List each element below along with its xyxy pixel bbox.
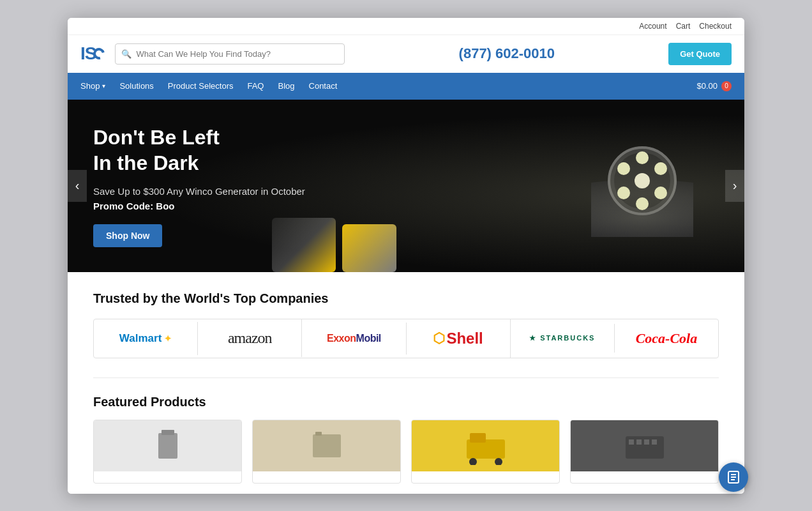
hero-title: Don't Be Left In the Dark: [93, 125, 305, 176]
svg-rect-16: [470, 433, 486, 443]
walmart-logo[interactable]: Walmart ✦: [94, 322, 198, 355]
product-image-3: [412, 420, 559, 471]
site-header: IS 🔍 (877) 602-0010 Get Quote: [68, 35, 744, 73]
svg-point-9: [635, 173, 650, 188]
nav-item-solutions[interactable]: Solutions: [119, 73, 153, 98]
site-logo[interactable]: IS: [80, 43, 105, 64]
floating-action-button[interactable]: [719, 462, 748, 492]
product-card-3[interactable]: [411, 420, 560, 484]
starbucks-logo[interactable]: ★ STARBUCKS: [511, 324, 615, 353]
amazon-logo[interactable]: amazon: [198, 319, 302, 357]
hero-banner: ‹ Don't Be Left In the Dark Save Up to $…: [68, 100, 744, 272]
svg-rect-12: [162, 430, 174, 435]
hero-subtitle: Save Up to $300 Any Winco Generator in O…: [93, 186, 305, 197]
svg-rect-14: [315, 432, 322, 436]
shop-now-button[interactable]: Shop Now: [93, 224, 162, 247]
svg-point-7: [617, 187, 630, 199]
nav-item-product-selectors[interactable]: Product Selectors: [168, 73, 234, 98]
svg-rect-22: [644, 439, 649, 445]
product-card-1[interactable]: [93, 420, 242, 484]
svg-point-4: [654, 162, 667, 175]
svg-rect-20: [629, 439, 634, 445]
get-quote-button[interactable]: Get Quote: [668, 43, 732, 65]
trusted-title: Trusted by the World's Top Companies: [93, 291, 719, 306]
chevron-down-icon: ▾: [102, 82, 105, 89]
svg-point-6: [636, 197, 649, 210]
nav-item-blog[interactable]: Blog: [278, 73, 294, 98]
section-divider: [93, 378, 719, 378]
hero-light-graphic: [591, 135, 693, 237]
search-icon: 🔍: [121, 49, 132, 59]
phone-number: (877) 602-0010: [355, 45, 658, 62]
svg-rect-11: [158, 433, 177, 459]
checkout-link[interactable]: Checkout: [699, 22, 732, 31]
products-row: [93, 420, 719, 484]
exxonmobil-logo[interactable]: ExxonMobil: [302, 323, 406, 355]
shell-logo[interactable]: ⬡ Shell: [407, 319, 511, 358]
nav-item-contact[interactable]: Contact: [309, 73, 338, 98]
cart-count-badge: 0: [721, 81, 732, 91]
svg-point-17: [469, 458, 477, 465]
hero-content: Don't Be Left In the Dark Save Up to $30…: [68, 105, 331, 266]
shell-text: Shell: [446, 330, 483, 347]
featured-section: Featured Products: [68, 385, 744, 494]
svg-point-18: [495, 458, 502, 465]
search-container: 🔍: [115, 43, 345, 65]
hero-promo: Promo Code: Boo: [93, 201, 305, 211]
product-card-4[interactable]: [570, 420, 719, 484]
product-card-2[interactable]: [252, 420, 401, 484]
cocacola-logo[interactable]: Coca-Cola: [615, 320, 718, 357]
utility-bar: Account Cart Checkout: [68, 18, 744, 35]
hero-prev-button[interactable]: ‹: [68, 170, 87, 202]
account-link[interactable]: Account: [639, 22, 666, 31]
brand-logos-row: Walmart ✦ amazon ExxonMobil ⬡ Shell ★ ST…: [93, 319, 719, 358]
cart-link[interactable]: Cart: [676, 22, 691, 31]
hero-next-button[interactable]: ›: [725, 170, 744, 202]
svg-rect-13: [313, 434, 341, 457]
hero-product-2: [342, 224, 396, 272]
product-image-2: [253, 420, 400, 471]
nav-item-faq[interactable]: FAQ: [247, 73, 264, 98]
product-image-1: [94, 420, 241, 471]
nav-items: Shop ▾ Solutions Product Selectors FAQ B…: [80, 73, 696, 98]
svg-point-3: [636, 151, 649, 164]
trusted-section: Trusted by the World's Top Companies Wal…: [68, 272, 744, 371]
main-nav: Shop ▾ Solutions Product Selectors FAQ B…: [68, 73, 744, 100]
search-input[interactable]: [115, 43, 345, 65]
svg-point-8: [617, 162, 630, 175]
featured-title: Featured Products: [93, 395, 719, 409]
cart-area[interactable]: $0.00 0: [696, 81, 732, 91]
svg-point-5: [654, 187, 667, 199]
nav-item-shop[interactable]: Shop ▾: [80, 73, 105, 98]
svg-rect-23: [652, 439, 657, 445]
cart-total: $0.00: [696, 81, 718, 91]
svg-rect-21: [636, 439, 642, 445]
product-image-4: [571, 420, 718, 471]
